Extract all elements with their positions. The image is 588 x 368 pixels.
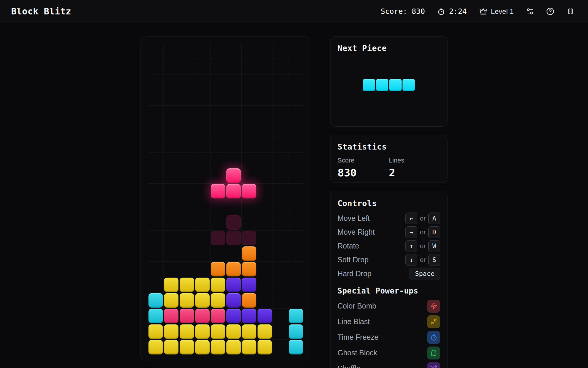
powerup-row: Color Bomb <box>338 298 440 314</box>
powerup-label: Color Bomb <box>338 302 376 310</box>
level-group: Level 1 <box>479 7 514 16</box>
ghost-piece-cell <box>226 215 241 230</box>
powerup-label: Time Freeze <box>338 333 378 342</box>
lines-stat-value: 2 <box>389 167 440 179</box>
board-cell-yellow <box>180 324 194 339</box>
time-freeze-button[interactable] <box>427 331 440 344</box>
board-cell-purple <box>226 278 241 292</box>
board-cell-cyan <box>289 324 303 339</box>
score-stat-label: Score <box>338 157 389 164</box>
falling-piece-cell <box>226 168 241 183</box>
board-cell-yellow <box>195 293 210 308</box>
pause-button[interactable] <box>567 7 574 15</box>
board-cell-yellow <box>242 340 256 354</box>
time-display: 2:24 <box>449 7 467 16</box>
key-chip: D <box>428 226 440 238</box>
board-cell-yellow <box>211 340 225 354</box>
board-cell-orange <box>211 262 225 276</box>
powerup-label: Line Blast <box>338 317 370 326</box>
board-cell-yellow <box>164 293 178 308</box>
score-stat-value: 830 <box>338 167 389 179</box>
powerup-row: Ghost Block <box>338 345 440 361</box>
score-display: Score: 830 <box>381 7 425 16</box>
key-chip: ↓ <box>405 254 417 266</box>
board-cell-pink <box>180 309 194 323</box>
help-button[interactable] <box>546 7 554 15</box>
ghost-icon <box>430 349 437 357</box>
board-cell-yellow <box>211 278 225 292</box>
shuffle-button[interactable] <box>427 362 440 368</box>
board-cell-yellow <box>242 324 256 339</box>
next-piece-preview <box>338 53 440 119</box>
board-cell-yellow <box>164 324 178 339</box>
control-keys: ←orA <box>405 213 440 224</box>
line-blast-button[interactable] <box>427 315 440 328</box>
board-cell-yellow <box>195 324 210 339</box>
key-chip: A <box>428 213 440 224</box>
board-cell-cyan <box>148 293 163 308</box>
control-label: Move Left <box>338 214 370 223</box>
timer-group: 2:24 <box>437 7 467 16</box>
key-chip: ← <box>405 213 417 224</box>
block-blitz-app: Block Blitz Score: 830 2:24 Level 1 <box>0 0 588 368</box>
powerup-label: Ghost Block <box>338 349 377 357</box>
or-text: or <box>420 228 426 236</box>
game-board-frame <box>141 37 310 361</box>
falling-piece-cell <box>242 184 256 198</box>
or-text: or <box>420 256 426 264</box>
control-row: Move Right →orD <box>338 225 440 239</box>
board-cell-yellow <box>195 278 210 292</box>
board-cell-pink <box>195 309 210 323</box>
board-cell-yellow <box>180 278 194 292</box>
pause-icon <box>567 7 574 15</box>
board-cell-yellow <box>195 340 210 354</box>
shuffle-icon <box>430 365 437 368</box>
powerup-row: Time Freeze <box>338 329 440 345</box>
board-cell-pink <box>164 309 178 323</box>
color-bomb-button[interactable] <box>427 300 440 313</box>
board-cell-yellow <box>180 293 194 308</box>
score-stat: Score 830 <box>338 157 389 179</box>
board-cell-yellow <box>226 340 241 354</box>
board-cell-orange <box>242 246 256 261</box>
ghost-block-button[interactable] <box>427 347 440 359</box>
board-cell-orange <box>242 293 256 308</box>
board-cell-yellow <box>226 324 241 339</box>
board-cell-cyan <box>289 309 303 323</box>
board-cell-yellow <box>164 340 178 354</box>
next-piece-block <box>363 79 375 91</box>
control-keys: ↑orW <box>405 240 440 252</box>
next-piece-panel: Next Piece <box>330 36 447 127</box>
control-label: Hard Drop <box>338 269 371 278</box>
board-cell-yellow <box>258 340 272 354</box>
next-piece-block <box>402 79 415 91</box>
lines-stat: Lines 2 <box>389 157 440 179</box>
powerup-row: Shuffle <box>338 361 440 368</box>
board-cell-cyan <box>289 340 303 354</box>
falling-piece-cell <box>211 184 225 198</box>
board-cell-yellow <box>211 324 225 339</box>
settings-button[interactable] <box>526 7 534 15</box>
statistics-title: Statistics <box>338 142 440 151</box>
level-display: Level 1 <box>491 7 514 16</box>
key-chip: → <box>405 226 417 238</box>
board-cell-orange <box>226 262 241 276</box>
key-chip: ↑ <box>405 240 417 252</box>
settings-icon <box>526 7 534 15</box>
board-cell-purple <box>226 309 241 323</box>
board-cell-yellow <box>258 324 272 339</box>
ghost-piece-cell <box>226 231 241 245</box>
control-rows: Move Left ←orA Move Right →orD Rotate ↑o… <box>338 211 440 281</box>
app-title: Block Blitz <box>11 6 71 16</box>
powerup-label: Shuffle <box>338 364 360 368</box>
control-row: Move Left ←orA <box>338 211 440 225</box>
controls-title: Controls <box>338 199 440 208</box>
header-bar: Block Blitz Score: 830 2:24 Level 1 <box>0 0 588 23</box>
or-text: or <box>420 242 426 250</box>
board-cell-orange <box>242 262 256 276</box>
board-cell-purple <box>242 309 256 323</box>
board-cell-purple <box>242 278 256 292</box>
board-cell-purple <box>258 309 272 323</box>
board-cell-pink <box>211 309 225 323</box>
control-row: Rotate ↑orW <box>338 239 440 253</box>
